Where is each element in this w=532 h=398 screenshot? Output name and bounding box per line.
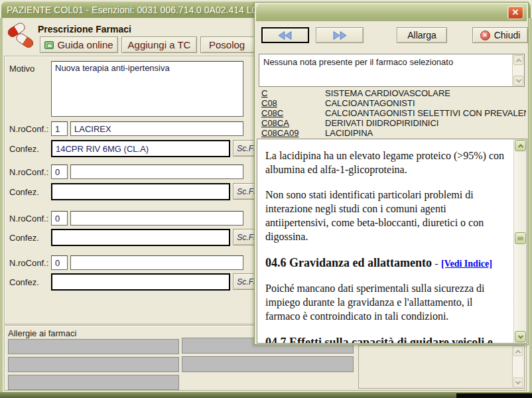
atc-row: C08CCALCIOANTAGONISTI SELETTIVI CON PREV… xyxy=(257,108,526,118)
atc-code-link[interactable]: C08C xyxy=(261,108,325,118)
drug-name-input-4[interactable] xyxy=(70,255,243,270)
scroll-down-icon[interactable] xyxy=(513,377,523,387)
window-border-bottom xyxy=(0,392,532,398)
atc-desc: LACIDIPINA xyxy=(325,128,373,138)
aggiungi-a-tc-button[interactable]: Aggiungi a TC xyxy=(121,36,197,53)
allergy-slot-5 xyxy=(182,356,354,372)
atc-row: C08CA09LACIDIPINA xyxy=(257,128,526,138)
monograph-paragraph: Poiché mancano dati sperimentali sulla s… xyxy=(265,281,504,323)
atc-row: CSISTEMA CARDIOVASCOLARE xyxy=(257,88,526,98)
chiudi-label: Chiudi xyxy=(494,30,521,40)
atc-tree-list: CSISTEMA CARDIOVASCOLARE C08CALCIOANTAGO… xyxy=(257,88,526,138)
nroconf-input-4[interactable] xyxy=(51,255,68,270)
scroll-up-icon[interactable] xyxy=(515,140,526,151)
monograph-section-heading: 04.7 Effetti sulla capacità di guidare v… xyxy=(265,334,504,344)
nroconf-label-2: N.roConf.: xyxy=(9,167,48,177)
monograph-paragraph: Non sono stati identificati particolari … xyxy=(265,188,504,243)
section-title-text: 04.7 Effetti sulla capacità di guidare v… xyxy=(265,336,493,344)
atc-code-link[interactable]: C08CA xyxy=(261,118,325,128)
chiudi-button[interactable]: ✕ Chiudi xyxy=(472,27,528,43)
nota-text: Nessuna nota presente per il farmaco sel… xyxy=(263,57,453,67)
atc-code-link[interactable]: C xyxy=(261,88,325,98)
window-border-left xyxy=(0,18,3,392)
guide-icon xyxy=(44,41,54,49)
confezione-input-4[interactable] xyxy=(51,273,230,291)
allarga-label: Allarga xyxy=(407,30,436,40)
close-circle-icon: ✕ xyxy=(480,31,490,40)
window-border-bottom-dark xyxy=(456,393,532,398)
aggiungi-a-tc-label: Aggiungi a TC xyxy=(128,39,191,50)
atc-desc: CALCIOANTAGONISTI xyxy=(325,98,415,108)
scroll-down-icon[interactable] xyxy=(513,76,523,86)
notes-panel-scrollbar[interactable] xyxy=(512,346,523,387)
monograph-scrollbar[interactable] xyxy=(513,139,527,343)
nroconf-input-3[interactable] xyxy=(51,211,68,226)
back-button[interactable] xyxy=(261,27,309,43)
atc-code-link[interactable]: C08 xyxy=(261,98,325,108)
nroconf-label-1: N.roConf.: xyxy=(9,124,48,134)
confez-label-4: Confez. xyxy=(9,277,39,287)
vedi-indice-link[interactable]: [Vedi Indice] xyxy=(441,259,492,269)
nroconf-input-2[interactable] xyxy=(51,165,68,179)
allergie-label: Allergie ai farmaci xyxy=(8,328,76,338)
pills-icon xyxy=(7,21,34,50)
nroconf-label-4: N.roConf.: xyxy=(9,258,48,268)
guida-online-button[interactable]: Guida online xyxy=(40,36,118,53)
guida-online-label: Guida online xyxy=(57,39,113,50)
nroconf-label-3: N.roConf.: xyxy=(9,214,48,224)
dash: - xyxy=(434,258,438,269)
atc-desc: CALCIOANTAGONISTI SELETTIVI CON PREVALEN… xyxy=(325,108,526,118)
atc-desc: DERIVATI DIIDROPIRIDINICI xyxy=(325,118,438,128)
scroll-up-icon[interactable] xyxy=(513,55,523,65)
confezione-input-1[interactable] xyxy=(51,140,230,157)
nota-scrollbar[interactable] xyxy=(512,54,524,86)
posologia-label: Posolog xyxy=(209,39,245,50)
monograph-section-heading: 04.6 Gravidanza ed allattamento - [Vedi … xyxy=(265,255,504,272)
confezione-input-3[interactable] xyxy=(51,229,230,246)
monograph-text: La lacidipina ha un elevato legame prote… xyxy=(265,149,504,344)
allergy-slot-3 xyxy=(8,375,179,390)
confez-label-2: Confez. xyxy=(9,187,39,197)
section-title-text: 04.6 Gravidanza ed allattamento xyxy=(265,256,432,269)
window-border-right xyxy=(529,18,532,392)
monograph-panel[interactable]: La lacidipina ha un elevato legame prote… xyxy=(257,139,527,344)
dialog-titlebar[interactable] xyxy=(256,4,527,21)
atc-row: C08CALCIOANTAGONISTI xyxy=(257,98,526,108)
atc-row: C08CADERIVATI DIIDROPIRIDINICI xyxy=(257,118,526,128)
atc-code-link[interactable]: C08CA09 xyxy=(261,128,325,138)
page-title: Prescrizione Farmaci xyxy=(38,24,131,34)
drug-name-input-1[interactable] xyxy=(70,121,243,136)
monograph-paragraph: La lacidipina ha un elevato legame prote… xyxy=(265,149,504,176)
drug-name-input-2[interactable] xyxy=(70,165,243,179)
confezione-input-2[interactable] xyxy=(51,183,230,200)
double-right-arrow-icon xyxy=(332,31,348,40)
farmaco-info-dialog: ✕ Allarga ✕ Chiudi Nessuna nota presente… xyxy=(254,2,529,345)
allergy-slot-1 xyxy=(8,339,179,354)
nota-textbox[interactable]: Nessuna nota presente per il farmaco sel… xyxy=(259,54,525,87)
notes-panel[interactable] xyxy=(358,345,525,389)
allarga-button[interactable]: Allarga xyxy=(397,27,447,43)
allergy-slot-2 xyxy=(8,357,179,372)
close-icon[interactable]: ✕ xyxy=(507,6,523,19)
motivo-label: Motivo xyxy=(9,64,34,74)
atc-desc: SISTEMA CARDIOVASCOLARE xyxy=(325,88,450,98)
nroconf-input-1[interactable] xyxy=(51,121,68,136)
confez-label-1: Confez. xyxy=(9,144,39,154)
forward-button[interactable] xyxy=(316,27,364,43)
drug-name-input-3[interactable] xyxy=(70,211,243,226)
motivo-textarea[interactable]: Nuova terapia anti-ipertensiva xyxy=(51,61,243,117)
scroll-down-icon[interactable] xyxy=(515,331,526,342)
confez-label-3: Confez. xyxy=(9,233,39,243)
double-left-arrow-icon xyxy=(277,31,293,40)
scrollbar-thumb[interactable] xyxy=(515,232,526,244)
window-title: PAZIENTE COL01 - Esenzioni: 0031 006.714… xyxy=(7,5,262,15)
scroll-up-icon[interactable] xyxy=(513,346,523,356)
